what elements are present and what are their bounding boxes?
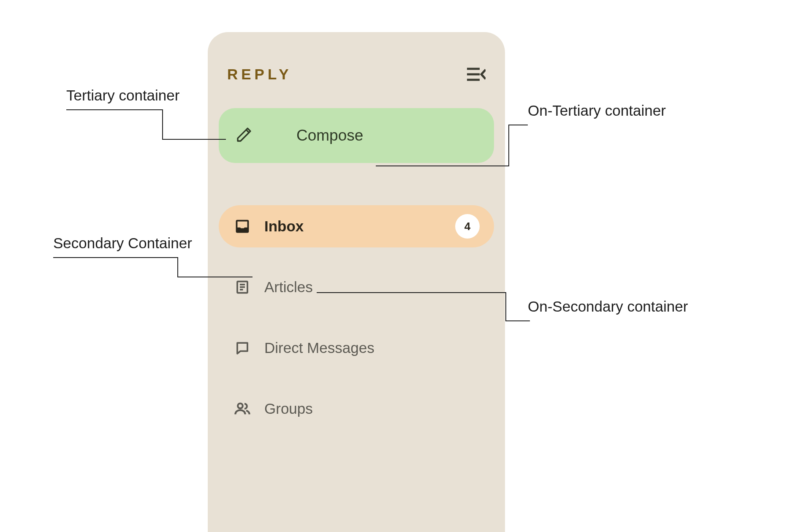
nav-item-label: Inbox — [264, 218, 443, 235]
count-value: 4 — [464, 220, 470, 233]
nav-item-groups[interactable]: Groups — [219, 388, 494, 430]
annotation-label: Secondary Container — [53, 235, 192, 252]
drawer-header: REPLY — [219, 57, 494, 91]
menu-open-icon[interactable] — [467, 67, 486, 81]
nav-item-inbox[interactable]: Inbox 4 — [219, 205, 494, 247]
connector-line — [317, 293, 532, 322]
connector-line — [66, 110, 227, 144]
nav-item-label: Direct Messages — [264, 339, 480, 356]
svg-point-9 — [238, 404, 243, 409]
groups-icon — [233, 400, 252, 417]
connector-line — [376, 125, 532, 171]
article-icon — [233, 280, 252, 295]
annotation-on-secondary-container: On-Secondary container — [528, 298, 688, 315]
annotation-label: Tertiary container — [66, 87, 179, 104]
brand-label: REPLY — [227, 66, 292, 83]
annotation-secondary-container: Secondary Container — [53, 235, 192, 252]
inbox-icon — [233, 219, 252, 234]
navigation-drawer: REPLY Compose — [208, 32, 505, 532]
annotation-on-tertiary-container: On-Tertiary container — [528, 102, 666, 119]
connector-line — [53, 258, 254, 279]
pencil-icon — [236, 126, 252, 145]
annotation-label: On-Secondary container — [528, 298, 688, 315]
annotation-label: On-Tertiary container — [528, 102, 666, 119]
chat-icon — [233, 340, 252, 356]
nav-item-direct-messages[interactable]: Direct Messages — [219, 327, 494, 369]
nav-item-label: Groups — [264, 400, 480, 417]
compose-label: Compose — [296, 127, 363, 144]
annotation-tertiary-container: Tertiary container — [66, 87, 179, 104]
count-badge: 4 — [455, 214, 480, 239]
